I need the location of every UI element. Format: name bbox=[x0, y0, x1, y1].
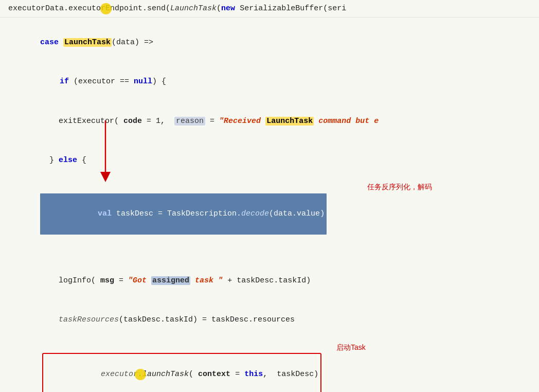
code-screenshot: executorData.executorEndpoint.send(Launc… bbox=[0, 0, 539, 392]
launch-task-highlight-2: LaunchTask bbox=[265, 117, 314, 126]
loginfo-line: logInfo( msg = "Got assigned task " + ta… bbox=[12, 261, 531, 300]
else-line: } else { bbox=[12, 141, 531, 181]
if-line: if (executor == null) { bbox=[12, 62, 531, 102]
executor-launch-line: executor.launchTask( context = this, tas… bbox=[12, 340, 531, 392]
upper-code-block: case LaunchTask(data) => if (executor ==… bbox=[0, 17, 539, 392]
case-line: case LaunchTask(data) => bbox=[12, 23, 531, 62]
task-resources-line: taskResources(taskDesc.taskId) = taskDes… bbox=[12, 300, 531, 340]
launch-task-highlight-1: LaunchTask bbox=[63, 38, 112, 47]
exit-executor-line: exitExecutor( code = 1, reason = "Receiv… bbox=[12, 101, 531, 141]
val-taskdesc-line: val taskDesc = TaskDescription.decode(da… bbox=[12, 180, 531, 261]
annotation-deserialize: 任务反序列化，解码 bbox=[367, 181, 432, 193]
top-code-text: executorData. bbox=[8, 4, 68, 13]
top-code-line: executorData.executorEndpoint.send(Launc… bbox=[0, 0, 539, 17]
annotation-launch-task: 启动Task bbox=[336, 342, 366, 354]
